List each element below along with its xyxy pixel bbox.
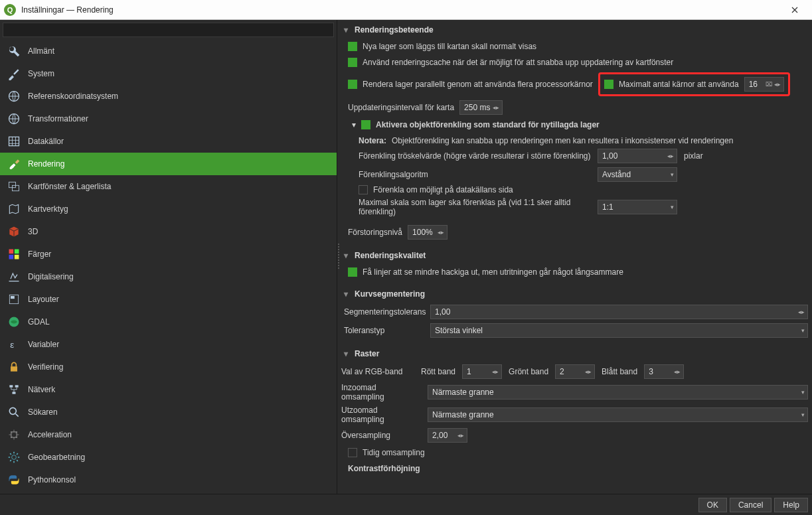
canvas-icon: [7, 179, 21, 194]
sidebar-item-n-tverk[interactable]: Nätverk: [0, 378, 337, 401]
sidebar-item-layouter[interactable]: Layouter: [0, 288, 337, 311]
titlebar: Q Inställningar — Rendering: [0, 0, 812, 20]
sidebar-item-gdal[interactable]: GDAL: [0, 311, 337, 333]
sidebar-item-kartf-nster-lagerlista[interactable]: Kartfönster & Lagerlista: [0, 175, 337, 198]
spin-green-band[interactable]: 2 ◂▸: [555, 364, 595, 379]
dialog-footer: OK Cancel Help: [0, 494, 812, 515]
svg-rect-5: [9, 250, 14, 254]
sidebar-item-geobearbetning[interactable]: Geobearbetning: [0, 446, 337, 469]
checkbox-antialias[interactable]: [348, 267, 357, 277]
cancel-button[interactable]: Cancel: [730, 498, 771, 512]
label-green-band: Grönt band: [509, 367, 548, 376]
sidebar-item-s-karen[interactable]: Sökaren: [0, 401, 337, 423]
checkbox-render-cache[interactable]: [348, 58, 357, 67]
sidebar-item-variabler[interactable]: εVariabler: [0, 333, 337, 356]
sidebar-item-pythonkonsol[interactable]: Pythonkonsol: [0, 469, 337, 491]
svg-rect-8: [15, 255, 19, 259]
sidebar-item-kartverktyg[interactable]: Kartverktyg: [0, 198, 337, 220]
spin-update-interval[interactable]: 250 ms ◂▸: [459, 100, 503, 115]
spin-blue-value: 3: [649, 367, 653, 376]
section-curve[interactable]: ▾ Kurvsegmentering: [341, 287, 808, 303]
sidebar-item-3d[interactable]: 3D: [0, 220, 337, 243]
close-button[interactable]: [781, 1, 808, 19]
spin-max-cores-value: 16: [749, 80, 758, 89]
combo-zoomed-out[interactable]: Närmaste granne ▾: [428, 407, 808, 422]
lock-icon: [7, 360, 21, 374]
combo-zoomed-in[interactable]: Närmaste granne ▾: [428, 385, 808, 400]
chip-icon: [7, 427, 21, 442]
sidebar-item-referenskoordinatsystem[interactable]: Referenskoordinatsystem: [0, 85, 337, 108]
spin-red-band[interactable]: 1 ◂▸: [462, 364, 502, 379]
sidebar-item-allm-nt[interactable]: Allmänt: [0, 40, 337, 62]
sidebar-item-system[interactable]: System: [0, 62, 337, 85]
spin-update-interval-value: 250 ms: [464, 103, 490, 112]
wrench-icon: [7, 44, 21, 58]
combo-algorithm[interactable]: Avstånd ▾: [598, 167, 677, 182]
spin-green-value: 2: [560, 367, 564, 376]
spin-arrows-icon: ◂▸: [493, 101, 499, 114]
section-rendering-behavior[interactable]: ▾ Renderingsbeteende: [341, 23, 808, 38]
spin-blue-band[interactable]: 3 ◂▸: [644, 364, 684, 379]
help-button[interactable]: Help: [774, 498, 808, 512]
sidebar-item-datak-llor[interactable]: Datakällor: [0, 130, 337, 153]
digitize-icon: [7, 269, 21, 284]
combo-max-scale[interactable]: 1:1 ▾: [598, 200, 677, 214]
sidebar-item-verifiering[interactable]: Verifiering: [0, 356, 337, 378]
label-new-layers: Nya lager som läggs till kartan skall no…: [363, 42, 536, 51]
sidebar-item-label: Layouter: [28, 295, 59, 304]
section-raster[interactable]: ▾ Raster: [341, 346, 808, 362]
sidebar: AllmäntSystemReferenskoordinatsystemTran…: [0, 20, 337, 494]
chevron-down-icon: ▾: [801, 324, 805, 337]
chevron-down-icon: ▾: [341, 349, 351, 358]
chevron-down-icon[interactable]: ▾: [352, 120, 356, 129]
checkbox-parallel-render[interactable]: [348, 80, 357, 89]
label-seg-tolerance: Segmenteringstolerans: [344, 307, 424, 317]
spin-magnification[interactable]: 100% ◂▸: [408, 225, 447, 240]
maptools-icon: [7, 202, 21, 216]
checkbox-early-resampling[interactable]: [348, 448, 357, 457]
sidebar-item-rendering[interactable]: Rendering: [0, 153, 337, 175]
combo-algorithm-value: Avstånd: [602, 170, 631, 179]
label-update-interval: Uppdateringsintervall för karta: [348, 103, 454, 112]
label-parallel: Rendera lager parallellt genom att använ…: [363, 80, 593, 89]
label-tolerance-type: Toleranstyp: [344, 326, 424, 335]
ok-button[interactable]: OK: [698, 498, 727, 512]
chevron-down-icon: ▾: [671, 200, 674, 214]
spin-seg-tolerance[interactable]: 1,00 ◂▸: [430, 305, 808, 319]
checkbox-simplify-default[interactable]: [361, 120, 370, 129]
sidebar-item-label: Kartfönster & Lagerlista: [28, 182, 111, 191]
section-title: Renderingskvalitet: [355, 251, 426, 260]
sidebar-item-label: Pythonkonsol: [28, 475, 76, 484]
svg-rect-14: [9, 385, 13, 387]
svg-text:ε: ε: [10, 340, 14, 350]
spin-arrows-icon: ◂▸: [438, 226, 444, 239]
svg-rect-15: [15, 385, 19, 387]
chevron-down-icon: ▾: [671, 168, 674, 181]
search-icon: [7, 405, 21, 419]
sidebar-item-label: Datakällor: [28, 137, 64, 146]
chevron-down-icon: ▾: [341, 251, 351, 260]
spin-threshold[interactable]: 1,00 ◂▸: [598, 149, 677, 163]
sidebar-item-label: GDAL: [28, 317, 50, 327]
sidebar-item-f-rger[interactable]: Färger: [0, 243, 337, 265]
sidebar-item-transformationer[interactable]: Transformationer: [0, 108, 337, 130]
spin-threshold-value: 1,00: [602, 151, 617, 161]
combo-tolerance-type-value: Största vinkel: [435, 326, 483, 335]
settings-content: ▾ Renderingsbeteende Nya lager som läggs…: [340, 20, 812, 494]
spin-oversampling[interactable]: 2,00 ◂▸: [428, 428, 467, 443]
search-input[interactable]: [3, 23, 334, 37]
label-blue-band: Blått band: [602, 367, 637, 376]
sidebar-item-acceleration[interactable]: Acceleration: [0, 423, 337, 446]
checkbox-new-layers-visible[interactable]: [348, 42, 357, 51]
sidebar-item-digitalisering[interactable]: Digitalisering: [0, 265, 337, 288]
checkbox-provider-simplify[interactable]: [359, 185, 368, 194]
combo-tolerance-type[interactable]: Största vinkel ▾: [430, 323, 808, 338]
python-icon: [7, 473, 21, 487]
sidebar-item-label: Färger: [28, 250, 51, 259]
spin-magnification-value: 100%: [412, 228, 433, 237]
checkbox-max-cores[interactable]: [604, 80, 613, 89]
spin-max-cores[interactable]: 16 ⌧ ◂▸: [744, 77, 784, 92]
label-render-cache: Använd renderingscache när det är möjlig…: [363, 58, 673, 67]
spin-arrows-icon: ◂▸: [492, 365, 499, 378]
section-rendering-quality[interactable]: ▾ Renderingskvalitet: [341, 248, 808, 264]
